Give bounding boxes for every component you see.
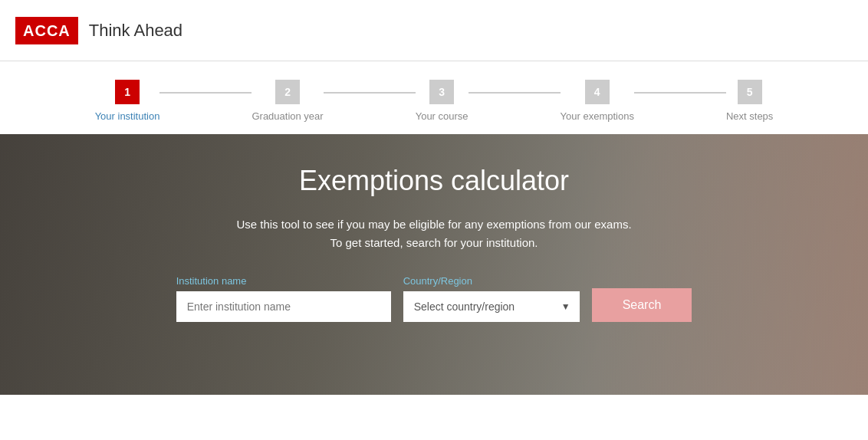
country-label: Country/Region (403, 275, 580, 287)
stepper-container: 1 Your institution 2 Graduation year 3 Y… (0, 61, 868, 134)
hero-content: Exemptions calculator Use this tool to s… (0, 165, 868, 322)
country-select-wrapper: Select country/region United Kingdom Uni… (403, 291, 580, 322)
step-connector-1 (159, 92, 252, 94)
step-circle-4: 4 (585, 80, 610, 104)
step-1[interactable]: 1 Your institution (95, 80, 160, 122)
step-label-2: Graduation year (252, 110, 323, 122)
country-select[interactable]: Select country/region United Kingdom Uni… (403, 291, 580, 322)
step-label-3: Your course (416, 110, 469, 122)
institution-input[interactable] (176, 291, 391, 322)
step-circle-1: 1 (115, 80, 140, 104)
step-3[interactable]: 3 Your course (416, 80, 469, 122)
search-button[interactable]: Search (592, 288, 692, 322)
hero-subtitle-line2: To get started, search for your institut… (330, 236, 538, 249)
header: ACCA Think Ahead (0, 0, 868, 61)
hero-section: Exemptions calculator Use this tool to s… (0, 134, 868, 395)
stepper: 1 Your institution 2 Graduation year 3 Y… (95, 80, 774, 122)
step-5[interactable]: 5 Next steps (726, 80, 773, 122)
institution-form-group: Institution name (176, 275, 391, 322)
step-4[interactable]: 4 Your exemptions (561, 80, 634, 122)
hero-subtitle-line1: Use this tool to see if you may be eligi… (236, 218, 631, 231)
hero-subtitle: Use this tool to see if you may be eligi… (236, 215, 631, 252)
step-circle-2: 2 (275, 80, 300, 104)
tagline: Think Ahead (89, 21, 182, 41)
step-label-1: Your institution (95, 110, 160, 122)
hero-title: Exemptions calculator (299, 165, 569, 197)
search-form: Institution name Country/Region Select c… (176, 275, 692, 322)
institution-label: Institution name (176, 275, 391, 287)
step-label-5: Next steps (726, 110, 773, 122)
step-circle-3: 3 (429, 80, 454, 104)
step-label-4: Your exemptions (561, 110, 634, 122)
step-connector-4 (634, 92, 726, 94)
step-connector-3 (469, 92, 561, 94)
acca-logo: ACCA (15, 17, 78, 44)
step-circle-5: 5 (738, 80, 762, 104)
step-2[interactable]: 2 Graduation year (252, 80, 323, 122)
step-connector-2 (324, 92, 416, 94)
country-form-group: Country/Region Select country/region Uni… (403, 275, 580, 322)
